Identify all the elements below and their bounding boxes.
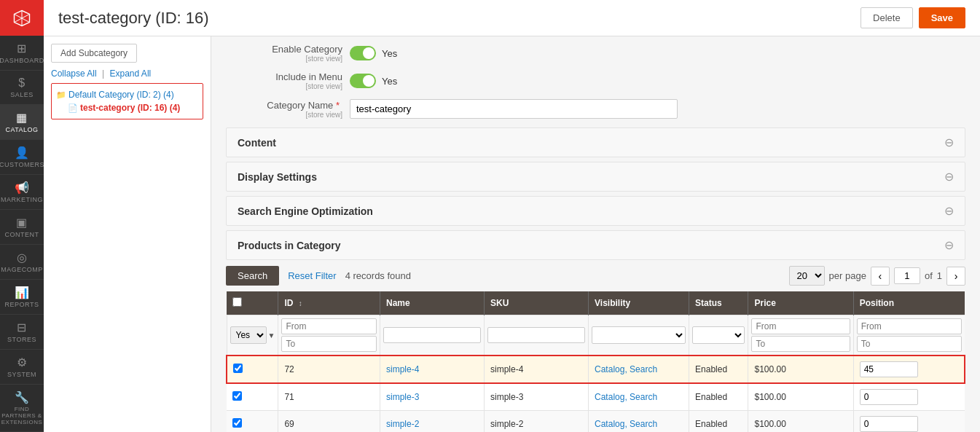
- table-row: 72 simple-4 simple-4 Catalog, Search Ena…: [227, 356, 965, 383]
- row3-checkbox[interactable]: [232, 418, 242, 428]
- row1-name-link[interactable]: simple-4: [386, 364, 419, 374]
- sidebar-item-label: Catalog: [5, 126, 38, 133]
- position-to-input[interactable]: [857, 336, 962, 352]
- row1-price: $100.00: [748, 356, 853, 383]
- price-to-input[interactable]: [751, 336, 850, 352]
- row2-visibility-link[interactable]: Catalog, Search: [595, 392, 657, 402]
- delete-button[interactable]: Delete: [861, 7, 913, 28]
- sidebar-item-reports[interactable]: 📊 Reports: [0, 280, 44, 315]
- sidebar-item-stores[interactable]: ⊟ Stores: [0, 315, 44, 350]
- sidebar-item-system[interactable]: ⚙ System: [0, 350, 44, 385]
- find-icon: 🔧: [15, 390, 30, 404]
- price-filter: [751, 318, 850, 352]
- row1-id: 72: [278, 356, 380, 383]
- row3-position-input[interactable]: [860, 416, 918, 432]
- page-total: 1: [937, 270, 942, 281]
- include-in-menu-toggle[interactable]: [350, 74, 376, 88]
- system-icon: ⚙: [17, 356, 28, 369]
- default-category-link[interactable]: Default Category (ID: 2) (4): [68, 90, 174, 100]
- row1-name: simple-4: [380, 356, 484, 383]
- collapse-all-link[interactable]: Collapse All: [51, 68, 97, 79]
- row3-name-link[interactable]: simple-2: [386, 419, 419, 429]
- id-to-input[interactable]: [281, 336, 377, 352]
- tree-node-test[interactable]: 📄 test-category (ID: 16) (4): [68, 101, 198, 114]
- visibility-filter-select[interactable]: Catalog, Search Catalog Search Not Visib…: [592, 326, 686, 344]
- th-name: Name: [380, 291, 484, 315]
- row2-name-link[interactable]: simple-3: [386, 392, 419, 402]
- page-next-button[interactable]: ›: [946, 267, 965, 286]
- sidebar-logo[interactable]: [0, 0, 44, 36]
- row1-visibility: Catalog, Search: [589, 356, 689, 383]
- row1-position-input[interactable]: [860, 361, 918, 377]
- page-title: test-category (ID: 16): [58, 9, 209, 28]
- page-input[interactable]: [894, 267, 920, 284]
- section-seo[interactable]: Search Engine Optimization ⊖: [226, 196, 965, 226]
- status-filter-select[interactable]: Enabled Disabled: [692, 326, 745, 344]
- filter-arrow-icon: ▼: [268, 331, 275, 339]
- enable-category-value: Yes: [382, 48, 397, 59]
- save-button[interactable]: Save: [919, 7, 965, 28]
- section-content[interactable]: Content ⊖: [226, 127, 965, 157]
- row3-price: $100.00: [748, 411, 853, 433]
- page-of: of: [925, 270, 933, 281]
- enable-category-sublabel: [store view]: [226, 55, 342, 63]
- catalog-icon: ▦: [16, 111, 28, 125]
- add-subcategory-button[interactable]: Add Subcategory: [51, 44, 137, 63]
- content-icon: ▣: [16, 216, 28, 229]
- table-row: 71 simple-3 simple-3 Catalog, Search Ena…: [227, 383, 965, 411]
- category-name-input[interactable]: [350, 99, 678, 119]
- include-in-menu-sublabel: [store view]: [226, 82, 342, 90]
- toggle-knob: [363, 47, 375, 59]
- category-tree: 📁 Default Category (ID: 2) (4) 📄 test-ca…: [51, 83, 203, 119]
- row1-checkbox[interactable]: [233, 364, 243, 373]
- sidebar: ⊞ Dashboard $ Sales ▦ Catalog 👤 Customer…: [0, 0, 44, 432]
- th-checkbox: [227, 291, 278, 315]
- sidebar-item-marketing[interactable]: 📢 Marketing: [0, 175, 44, 210]
- yes-filter-container: Yes ▼: [230, 326, 275, 344]
- row3-id: 69: [278, 411, 380, 433]
- section-products[interactable]: Products in Category ⊖: [226, 230, 965, 260]
- section-display-title: Display Settings: [238, 171, 317, 183]
- name-filter-input[interactable]: [383, 327, 481, 343]
- select-all-checkbox[interactable]: [232, 297, 242, 307]
- row2-status: Enabled: [689, 383, 748, 411]
- sidebar-item-content[interactable]: ▣ Content: [0, 210, 44, 245]
- row2-checkbox[interactable]: [232, 391, 242, 401]
- section-display-settings[interactable]: Display Settings ⊖: [226, 162, 965, 192]
- expand-all-link[interactable]: Expand All: [110, 68, 152, 79]
- th-position: Position: [853, 291, 965, 315]
- row2-position: [853, 383, 965, 411]
- id-from-input[interactable]: [281, 318, 377, 334]
- sidebar-item-catalog[interactable]: ▦ Catalog: [0, 105, 44, 140]
- price-from-input[interactable]: [751, 318, 850, 334]
- sidebar-item-find[interactable]: 🔧 Find Partners & Extensions: [0, 385, 44, 432]
- search-button[interactable]: Search: [226, 266, 279, 286]
- tree-node-default[interactable]: 📁 Default Category (ID: 2) (4): [56, 88, 198, 101]
- sku-filter-input[interactable]: [487, 327, 585, 343]
- position-from-input[interactable]: [857, 318, 962, 334]
- reports-icon: 📊: [15, 286, 30, 299]
- sidebar-item-label: Customers: [0, 161, 44, 168]
- include-in-menu-field: Include in Menu [store view] Yes: [226, 71, 965, 90]
- row1-position: [853, 356, 965, 383]
- enable-category-toggle[interactable]: [350, 46, 376, 60]
- sidebar-item-label: Magecomp: [1, 266, 43, 273]
- row1-status: Enabled: [689, 356, 748, 383]
- per-page-select[interactable]: 20 30 50: [789, 266, 825, 286]
- sidebar-item-dashboard[interactable]: ⊞ Dashboard: [0, 36, 44, 71]
- page-prev-button[interactable]: ‹: [871, 267, 890, 286]
- row2-price: $100.00: [748, 383, 853, 411]
- yes-filter-select[interactable]: Yes: [230, 326, 267, 344]
- reset-filter-button[interactable]: Reset Filter: [288, 270, 336, 281]
- sidebar-item-customers[interactable]: 👤 Customers: [0, 140, 44, 175]
- test-category-link[interactable]: test-category (ID: 16) (4): [80, 103, 180, 113]
- row3-visibility-link[interactable]: Catalog, Search: [595, 419, 657, 429]
- row2-position-input[interactable]: [860, 389, 918, 405]
- tree-links: Collapse All | Expand All: [51, 68, 203, 79]
- filter-row: Yes ▼: [227, 315, 965, 356]
- magecomp-icon: ◎: [17, 251, 28, 264]
- section-seo-title: Search Engine Optimization: [238, 205, 373, 217]
- sidebar-item-magecomp[interactable]: ◎ Magecomp: [0, 245, 44, 280]
- row1-visibility-link[interactable]: Catalog, Search: [595, 364, 657, 374]
- sidebar-item-sales[interactable]: $ Sales: [0, 71, 44, 105]
